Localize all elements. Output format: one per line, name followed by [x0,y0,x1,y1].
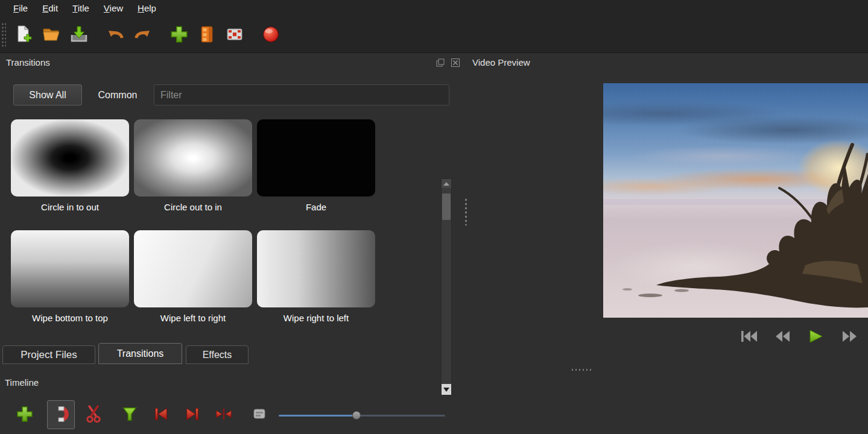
splitter-grip-icon [464,198,467,225]
scissors-icon [84,404,103,426]
triangle-down-icon [443,388,449,392]
open-project-icon [42,25,61,44]
add-marker-button[interactable] [116,400,144,429]
splitter-grip-icon [571,368,594,371]
choose-profile-button[interactable] [193,20,221,48]
fullscreen-icon [225,25,244,44]
rewind-button[interactable] [773,329,792,345]
transitions-filter-row: Show All Common [0,84,464,106]
redo-icon [133,25,153,44]
transitions-panel-title: Transitions [6,57,50,68]
transition-circle-in-to-out[interactable]: Circle in to out [11,119,129,212]
transition-thumbnail [11,119,129,197]
tab-project-files[interactable]: Project Files [2,345,95,364]
transition-circle-out-to-in[interactable]: Circle out to in [134,119,252,212]
import-files-button[interactable] [165,20,193,48]
filter-input[interactable] [154,84,449,105]
previous-marker-icon [152,405,170,425]
new-project-button[interactable] [10,20,37,48]
snapping-toggle-button[interactable] [47,400,75,429]
fullscreen-button[interactable] [221,20,249,48]
transition-label: Circle in to out [11,202,129,212]
transitions-panel-header: Transitions [0,53,464,72]
center-on-playhead-button[interactable] [210,400,238,429]
transition-wipe-right-to-left[interactable]: Wipe right to left [257,230,375,323]
menu-view[interactable]: View [97,1,130,15]
fast-forward-button[interactable] [839,329,858,345]
menu-edit[interactable]: Edit [35,1,65,15]
razor-tool-button[interactable] [80,400,107,429]
play-button[interactable] [806,329,825,345]
transition-thumbnail [257,230,375,307]
add-track-icon [15,404,34,426]
show-all-button[interactable]: Show All [13,84,82,105]
fast-forward-icon [840,330,857,345]
main-toolbar [0,16,868,53]
vertical-splitter[interactable] [463,53,468,368]
scrollbar-thumb[interactable] [442,193,451,220]
previous-marker-button[interactable] [147,400,175,429]
transition-fade[interactable]: Fade [257,119,375,212]
transition-thumbnail [257,119,375,197]
scroll-up-button[interactable] [442,179,451,188]
transitions-panel: Transitions Show All Common [0,53,464,368]
undo-button[interactable] [101,20,129,48]
close-panel-icon[interactable] [450,57,460,68]
menu-file[interactable]: File [6,1,35,15]
menu-bar: File Edit Title View Help [0,0,868,16]
transitions-grid: Circle in to out Circle out to in Fade W… [11,116,441,333]
export-video-icon [261,24,281,45]
timeline-zoom-slider[interactable] [279,411,445,420]
transition-thumbnail [134,119,252,197]
slider-track-empty [356,415,445,417]
toolbar-grip[interactable] [1,22,6,46]
tab-transitions[interactable]: Transitions [98,343,182,364]
import-files-icon [169,24,189,45]
undo-icon [106,25,125,44]
zoom-slider-handle[interactable] [352,411,361,420]
dock-tab-bar: Project Files Transitions Effects [0,344,464,365]
next-marker-button[interactable] [179,400,206,429]
video-preview-frame [603,83,868,318]
video-preview-title: Video Preview [472,57,530,68]
center-on-playhead-icon [214,405,233,425]
jump-to-start-icon [740,330,758,345]
jump-to-start-button[interactable] [740,329,759,345]
driftwood-beach-illustration [603,83,868,318]
transition-label: Fade [257,202,375,212]
transition-label: Wipe left to right [134,313,252,323]
menu-help[interactable]: Help [130,1,163,15]
video-preview-panel: Video Preview [468,53,868,368]
float-panel-icon[interactable] [435,57,445,68]
redo-button[interactable] [129,20,157,48]
rewind-icon [774,330,791,345]
slider-track-filled [279,415,356,417]
transition-thumbnail [134,230,252,307]
transition-thumbnail [11,230,129,307]
scroll-down-button[interactable] [442,384,451,395]
zoom-scale-icon [252,407,267,423]
play-icon [808,329,823,345]
menu-title[interactable]: Title [65,1,97,15]
timeline-title: Timeline [5,377,39,388]
timeline-toolbar [0,397,868,434]
transition-wipe-left-to-right[interactable]: Wipe left to right [134,230,252,323]
transition-wipe-bottom-to-top[interactable]: Wipe bottom to top [11,230,129,323]
playback-controls [740,329,858,345]
common-button[interactable]: Common [89,84,146,105]
choose-profile-icon [197,25,217,44]
save-project-icon [69,25,89,44]
add-marker-icon [121,405,139,425]
add-track-button[interactable] [11,400,39,429]
save-project-button[interactable] [65,20,93,48]
tab-effects[interactable]: Effects [186,345,249,364]
open-project-button[interactable] [37,20,65,48]
zoom-scale-button[interactable] [249,400,270,429]
triangle-up-icon [443,182,449,186]
export-video-button[interactable] [257,20,285,48]
openshot-window: File Edit Title View Help [0,0,868,434]
transition-label: Wipe bottom to top [11,313,129,323]
magnet-icon [51,404,71,426]
new-project-icon [14,25,33,44]
transition-label: Circle out to in [134,202,252,212]
